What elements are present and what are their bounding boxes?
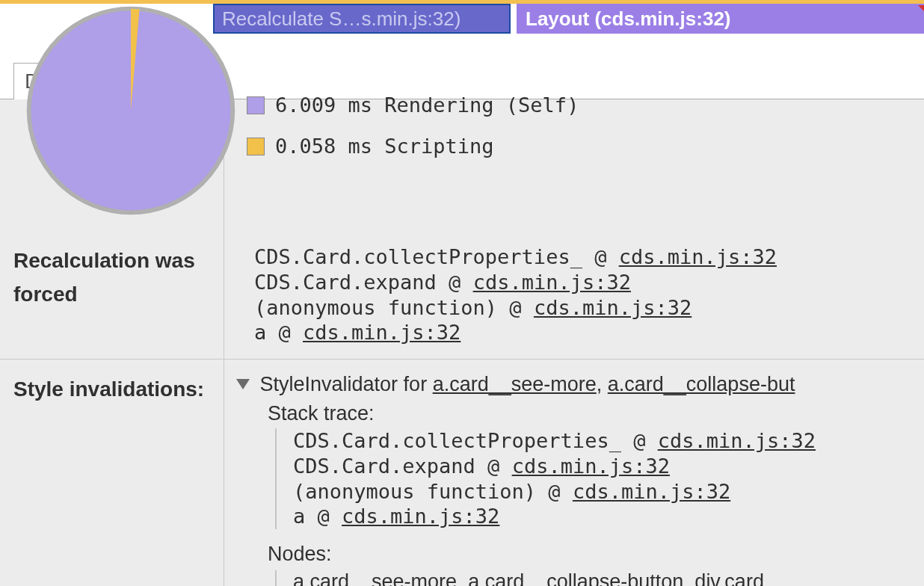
stack-at: @ (305, 505, 342, 528)
stack-fn: (anonymous function) (293, 480, 536, 503)
stack-source-link[interactable]: cds.min.js:32 (534, 296, 692, 319)
stack-fn: a (254, 321, 266, 344)
nodes-label-text: Nodes (268, 543, 326, 565)
flame-bar-layout[interactable]: Layout (cds.min.js:32) (517, 4, 924, 34)
legend-swatch-scripting-icon (247, 138, 265, 155)
stack-trace-label: Stack trace: (268, 402, 924, 425)
stack-at: @ (266, 321, 303, 344)
aggregated-time-row: 6.009 ms Rendering (Self) 0.058 ms Scrip… (0, 99, 924, 231)
stack-fn: CDS.Card.expand (293, 454, 475, 478)
stack-frame: (anonymous function) @ cds.min.js:32 (254, 295, 924, 321)
stack-frame: CDS.Card.collectProperties_ @ cds.min.js… (254, 244, 924, 270)
invalidator-heading[interactable]: StyleInvalidator for a.card__see-more, a… (236, 373, 924, 396)
stack-source-link[interactable]: cds.min.js:32 (473, 271, 631, 294)
legend-text: 6.009 ms Rendering (Self) (275, 93, 579, 117)
stack-fn: CDS.Card.expand (254, 271, 437, 294)
stack-source-link[interactable]: cds.min.js:32 (342, 505, 499, 528)
stack-at: @ (621, 429, 658, 452)
invalidator-prefix: StyleInvalidator for (260, 373, 433, 395)
stack-at: @ (437, 271, 473, 294)
node-link[interactable]: a.card__see-more (293, 570, 457, 586)
stack-fn: CDS.Card.collectProperties_ (293, 429, 621, 452)
stack-source-link[interactable]: cds.min.js:32 (658, 429, 816, 452)
stack-frame: a @ cds.min.js:32 (293, 504, 924, 529)
colon: : (369, 402, 375, 425)
stack-trace-label-text: Stack trace (268, 402, 369, 425)
invalidator-node-link[interactable]: a.card__see-more (433, 373, 597, 395)
stack-frame: (anonymous function) @ cds.min.js:32 (293, 479, 924, 505)
flame-bar-label: Recalculate S…s.min.js:32) (222, 7, 461, 31)
stack-at: @ (536, 480, 573, 503)
row-value-stack: CDS.Card.collectProperties_ @ cds.min.js… (224, 231, 924, 359)
pie-chart-icon (22, 2, 239, 219)
stack-fn: CDS.Card.collectProperties_ (254, 245, 582, 268)
flame-bar-recalculate-style[interactable]: Recalculate S…s.min.js:32) (213, 4, 511, 34)
sep: , (457, 570, 468, 586)
legend-item-scripting: 0.058 ms Scripting (247, 135, 579, 158)
stack-at: @ (497, 296, 534, 319)
details-panel: 6.009 ms Rendering (Self) 0.058 ms Scrip… (0, 99, 924, 586)
legend-swatch-rendering-icon (247, 96, 265, 114)
stack-source-link[interactable]: cds.min.js:32 (512, 454, 670, 478)
style-invalidations-row: Style invalidations: StyleInvalidator fo… (0, 360, 924, 586)
row-value-tree: StyleInvalidator for a.card__see-more, a… (224, 360, 924, 586)
colon: : (326, 543, 332, 565)
svg-point-0 (29, 9, 233, 213)
pie-chart-cell (0, 99, 224, 231)
pie-legend: 6.009 ms Rendering (Self) 0.058 ms Scrip… (224, 99, 579, 176)
stack-trace-block: CDS.Card.collectProperties_ @ cds.min.js… (275, 428, 924, 529)
node-link[interactable]: div.card_ (694, 570, 775, 586)
sep: , (597, 373, 608, 395)
stack-frame: CDS.Card.collectProperties_ @ cds.min.js… (293, 428, 924, 454)
nodes-label: Nodes: (268, 543, 924, 566)
stack-frame: CDS.Card.expand @ cds.min.js:32 (293, 454, 924, 479)
stack-fn: (anonymous function) (254, 296, 497, 319)
stack-trace-section: Stack trace: CDS.Card.collectProperties_… (268, 402, 924, 586)
nodes-block: a.card__see-more, a.card__collapse-butto… (275, 570, 924, 586)
legend-text: 0.058 ms Scripting (275, 135, 494, 158)
stack-frame: a @ cds.min.js:32 (254, 320, 924, 345)
stack-source-link[interactable]: cds.min.js:32 (303, 321, 461, 344)
nodes-list: a.card__see-more, a.card__collapse-butto… (293, 570, 924, 586)
flame-bar-label: Layout (cds.min.js:32) (526, 7, 731, 31)
stack-at: @ (475, 454, 512, 478)
row-label: Style invalidations: (0, 360, 224, 586)
stack-source-link[interactable]: cds.min.js:32 (573, 480, 730, 503)
stack-fn: a (293, 505, 305, 528)
stack-frame: CDS.Card.expand @ cds.min.js:32 (254, 270, 924, 295)
invalidator-node-link[interactable]: a.card__collapse-but (608, 373, 795, 395)
sep: , (683, 570, 694, 586)
disclosure-triangle-icon[interactable] (236, 379, 250, 389)
node-link[interactable]: a.card__collapse-button (468, 570, 683, 586)
row-label: Recalculation was forced (0, 231, 224, 359)
stack-at: @ (582, 245, 619, 268)
legend-item-rendering: 6.009 ms Rendering (Self) (247, 93, 579, 117)
recalculation-forced-row: Recalculation was forced CDS.Card.collec… (0, 231, 924, 360)
stack-source-link[interactable]: cds.min.js:32 (619, 245, 777, 268)
